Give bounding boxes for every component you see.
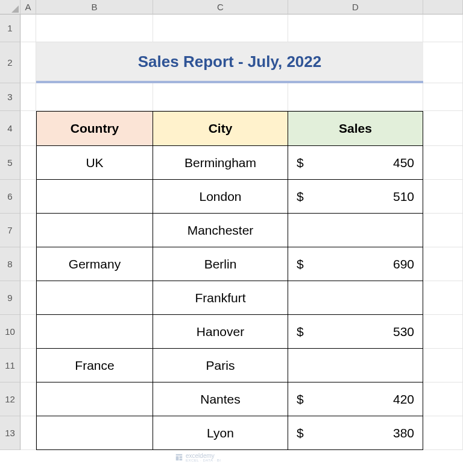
- cell-city-1[interactable]: London: [153, 180, 288, 214]
- row-header-13[interactable]: 13: [0, 416, 20, 450]
- watermark-tagline: EXCEL · DATA · BI: [186, 459, 221, 462]
- cell-country-3[interactable]: Germany: [36, 247, 153, 281]
- currency-symbol: $: [297, 189, 304, 204]
- sales-value: 380: [393, 426, 414, 440]
- cell-E6[interactable]: [423, 180, 463, 214]
- table-header-country[interactable]: Country: [36, 111, 153, 146]
- cell-sales-7[interactable]: $420: [288, 382, 423, 416]
- cell-city-8[interactable]: Lyon: [153, 416, 288, 450]
- row-header-10[interactable]: 10: [0, 315, 20, 349]
- cell-city-2[interactable]: Manchester: [153, 214, 288, 247]
- cell-city-3[interactable]: Berlin: [153, 247, 288, 281]
- row-header-4[interactable]: 4: [0, 111, 20, 146]
- cell-country-5[interactable]: [36, 315, 153, 349]
- row-header-5[interactable]: 5: [0, 146, 20, 180]
- col-header-A[interactable]: A: [20, 0, 36, 14]
- row-header-11[interactable]: 11: [0, 349, 20, 382]
- cell-city-5[interactable]: Hanover: [153, 315, 288, 349]
- cell-E10[interactable]: [423, 315, 463, 349]
- cell-E11[interactable]: [423, 349, 463, 382]
- cell-sales-5[interactable]: $530: [288, 315, 423, 349]
- cell-A13[interactable]: [20, 416, 36, 450]
- currency-symbol: $: [297, 156, 304, 170]
- cell-A11[interactable]: [20, 349, 36, 382]
- row-header-1[interactable]: 1: [0, 14, 20, 42]
- cell-E5[interactable]: [423, 146, 463, 180]
- cell-A9[interactable]: [20, 281, 36, 315]
- currency-symbol: $: [297, 392, 304, 407]
- cell-A3[interactable]: [20, 83, 36, 111]
- cell-country-7[interactable]: [36, 382, 153, 416]
- cell-E13[interactable]: [423, 416, 463, 450]
- cell-A5[interactable]: [20, 146, 36, 180]
- sales-value: 450: [393, 156, 414, 170]
- col-header-B[interactable]: B: [36, 0, 153, 14]
- watermark-text: exceldemy EXCEL · DATA · BI: [186, 452, 221, 462]
- cell-E9[interactable]: [423, 281, 463, 315]
- cell-E7[interactable]: [423, 214, 463, 247]
- cell-E8[interactable]: [423, 247, 463, 281]
- row-header-7[interactable]: 7: [0, 214, 20, 247]
- cell-A7[interactable]: [20, 214, 36, 247]
- cell-C3[interactable]: [153, 83, 288, 111]
- currency-symbol: $: [297, 257, 304, 271]
- table-header-sales[interactable]: Sales: [288, 111, 423, 146]
- col-header-D[interactable]: D: [288, 0, 423, 14]
- currency-symbol: $: [297, 426, 304, 440]
- sales-value: 420: [393, 392, 414, 407]
- cell-B1[interactable]: [36, 14, 153, 42]
- cell-sales-1[interactable]: $510: [288, 180, 423, 214]
- cell-C1[interactable]: [153, 14, 288, 42]
- row-header-12[interactable]: 12: [0, 382, 20, 416]
- cell-sales-3[interactable]: $690: [288, 247, 423, 281]
- cell-B3[interactable]: [36, 83, 153, 111]
- cell-country-6[interactable]: France: [36, 349, 153, 382]
- cell-country-8[interactable]: [36, 416, 153, 450]
- cell-D1[interactable]: [288, 14, 423, 42]
- row-header-8[interactable]: 8: [0, 247, 20, 281]
- table-header-city[interactable]: City: [153, 111, 288, 146]
- row-header-3[interactable]: 3: [0, 83, 20, 111]
- watermark: exceldemy EXCEL · DATA · BI: [175, 452, 221, 462]
- cell-sales-6[interactable]: [288, 349, 423, 382]
- cell-A2[interactable]: [20, 42, 36, 83]
- cell-country-4[interactable]: [36, 281, 153, 315]
- currency-symbol: $: [297, 325, 304, 339]
- cell-E3[interactable]: [423, 83, 463, 111]
- cell-city-6[interactable]: Paris: [153, 349, 288, 382]
- cell-sales-2[interactable]: [288, 214, 423, 247]
- spreadsheet-grid: A B C D 1 2 Sales Report - July, 2022 3 …: [0, 0, 463, 450]
- cell-A10[interactable]: [20, 315, 36, 349]
- col-header-C[interactable]: C: [153, 0, 288, 14]
- cell-A8[interactable]: [20, 247, 36, 281]
- cell-D3[interactable]: [288, 83, 423, 111]
- cell-E12[interactable]: [423, 382, 463, 416]
- watermark-logo-icon: [175, 453, 183, 462]
- sales-value: 510: [393, 189, 414, 204]
- cell-sales-0[interactable]: $450: [288, 146, 423, 180]
- cell-city-0[interactable]: Bermingham: [153, 146, 288, 180]
- cell-city-4[interactable]: Frankfurt: [153, 281, 288, 315]
- cell-A1[interactable]: [20, 14, 36, 42]
- cell-city-7[interactable]: Nantes: [153, 382, 288, 416]
- select-all-corner[interactable]: [0, 0, 20, 14]
- cell-country-1[interactable]: [36, 180, 153, 214]
- sales-value: 690: [393, 257, 414, 271]
- cell-E1[interactable]: [423, 14, 463, 42]
- cell-A4[interactable]: [20, 111, 36, 146]
- row-header-9[interactable]: 9: [0, 281, 20, 315]
- col-header-extra[interactable]: [423, 0, 463, 14]
- report-title[interactable]: Sales Report - July, 2022: [36, 42, 423, 83]
- cell-sales-4[interactable]: [288, 281, 423, 315]
- cell-sales-8[interactable]: $380: [288, 416, 423, 450]
- cell-E2[interactable]: [423, 42, 463, 83]
- row-header-2[interactable]: 2: [0, 42, 20, 83]
- cell-E4[interactable]: [423, 111, 463, 146]
- row-header-6[interactable]: 6: [0, 180, 20, 214]
- cell-A6[interactable]: [20, 180, 36, 214]
- cell-A12[interactable]: [20, 382, 36, 416]
- cell-country-0[interactable]: UK: [36, 146, 153, 180]
- sales-value: 530: [393, 325, 414, 339]
- cell-country-2[interactable]: [36, 214, 153, 247]
